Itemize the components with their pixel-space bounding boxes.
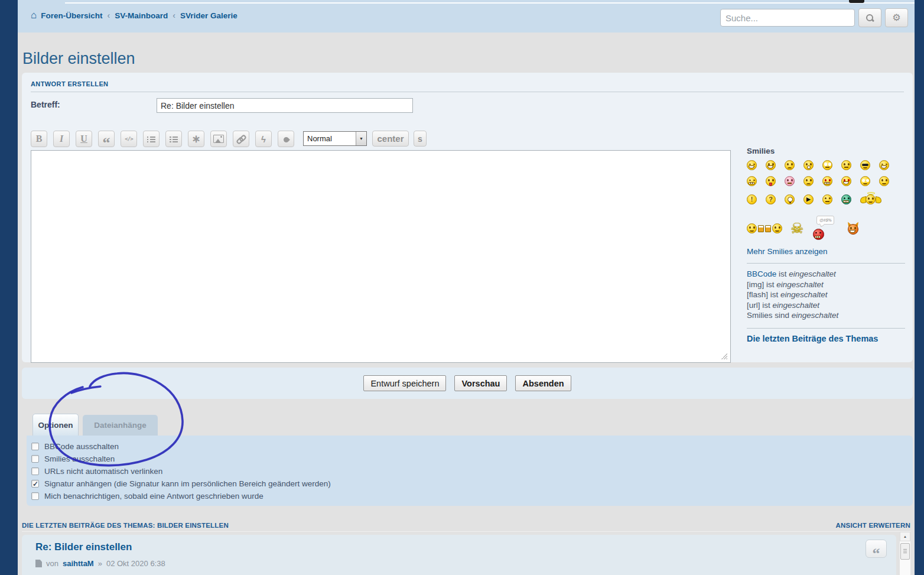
smiley-exclamation-icon[interactable]: !	[747, 194, 757, 204]
smiley-smile-icon[interactable]	[766, 160, 776, 170]
save-draft-button[interactable]: Entwurf speichern	[363, 375, 446, 391]
breadcrumb-link-2[interactable]: SVrider Galerie	[180, 11, 237, 20]
font-size-select[interactable]: Normal ▼	[303, 131, 367, 146]
checkbox-label-2: URLs nicht automatisch verlinken	[44, 465, 162, 477]
checkbox-0[interactable]	[31, 443, 39, 450]
topic-review-header: DIE LETZTEN BEITRÄGE DES THEMAS: BILDER …	[22, 519, 910, 532]
font-colour-button[interactable]	[278, 131, 294, 147]
smiley-razz-icon[interactable]	[766, 176, 776, 186]
subject-input[interactable]	[157, 98, 413, 113]
bbcode-toolbar: BIU“</>∗ϟ	[31, 131, 300, 147]
breadcrumb-separator: ‹	[108, 11, 110, 20]
bulb-icon	[788, 197, 793, 202]
smiley-cry-icon[interactable]	[803, 176, 814, 186]
cropped-avatar-remnant	[849, 0, 864, 3]
code-button[interactable]: </>	[121, 131, 137, 147]
post-title-link[interactable]: Re: Bilder einstellen	[35, 541, 132, 553]
smiley-exclamation-glyph: !	[747, 195, 756, 204]
flash-button[interactable]: ϟ	[255, 131, 272, 147]
option-row-2: URLs nicht automatisch verlinken	[31, 465, 913, 477]
bold-button[interactable]: B	[31, 131, 47, 147]
italic-button[interactable]: I	[53, 131, 70, 147]
expand-view-link[interactable]: ANSICHT ERWEITERN	[836, 522, 911, 529]
scrollbar-thumb[interactable]	[900, 543, 910, 560]
link-icon	[236, 135, 246, 143]
smiley-geek-icon[interactable]	[860, 176, 870, 186]
list-bullet-button[interactable]	[143, 131, 160, 147]
topic-review-heading: DIE LETZTEN BEITRÄGE DES THEMAS: BILDER …	[22, 522, 229, 529]
checkbox-label-3: Signatur anhängen (die Signatur kann im …	[44, 477, 331, 490]
code-icon: </>	[125, 136, 132, 142]
advanced-search-button[interactable]: ⚙	[885, 8, 908, 27]
search-input[interactable]	[720, 9, 855, 27]
smiley-idea-icon[interactable]	[785, 194, 795, 204]
breadcrumb-link-1[interactable]: SV-Mainboard	[115, 11, 168, 20]
topic-review-link[interactable]: Die letzten Beiträge des Themas	[747, 334, 905, 343]
smiley-arrow-icon[interactable]: ▶	[803, 194, 814, 204]
smiley-wink-icon[interactable]	[879, 176, 889, 186]
options-checkbox-list: BBCode ausschaltenSmilies ausschaltenURL…	[27, 436, 913, 502]
smiley-question-icon[interactable]: ?	[766, 194, 776, 204]
bbcode-subject: [url]	[747, 301, 760, 310]
byline-separator: »	[98, 559, 102, 568]
option-row-3: Signatur anhängen (die Signatur kann im …	[31, 477, 913, 490]
sidebar-divider	[747, 263, 905, 264]
option-row-1: Smilies ausschalten	[31, 453, 913, 465]
smiley-skull-icon[interactable]: ☠	[790, 221, 803, 236]
smiley-neutral-icon[interactable]	[822, 194, 832, 204]
message-textarea[interactable]	[31, 150, 731, 363]
checkbox-4[interactable]	[31, 492, 39, 500]
smiley-devil-icon[interactable]	[845, 222, 861, 235]
bbcode-status-line-2: [flash] ist eingeschaltet	[747, 290, 905, 300]
smiley-angel-icon[interactable]	[860, 192, 881, 206]
right-wing-icon	[876, 196, 881, 204]
smiley-lol-icon[interactable]	[879, 160, 889, 170]
strikethrough-button[interactable]: s	[414, 131, 427, 147]
checkbox-2[interactable]	[31, 467, 39, 475]
smiley-mrgreen-icon[interactable]	[841, 194, 851, 204]
checkbox-label-4: Mich benachrichtigen, sobald eine Antwor…	[44, 490, 263, 502]
smiley-sad-icon[interactable]	[785, 160, 795, 170]
bold-icon: B	[36, 134, 43, 144]
post-date: 02 Okt 2020 6:38	[106, 559, 165, 568]
quote-button[interactable]: “	[98, 131, 115, 147]
checkbox-1[interactable]	[31, 455, 39, 463]
breadcrumb-link-0[interactable]: Foren-Übersicht	[41, 11, 102, 20]
bbcode-subject[interactable]: BBCode	[747, 269, 776, 278]
smiley-question-glyph: ?	[766, 195, 775, 204]
smiley-evil-icon[interactable]	[822, 176, 832, 186]
smiley-confused-icon[interactable]	[841, 160, 851, 170]
submit-button[interactable]: Absenden	[515, 375, 571, 391]
preview-button[interactable]: Vorschau	[454, 375, 507, 391]
more-smilies-link[interactable]: Mehr Smilies anzeigen	[747, 247, 905, 256]
chevron-down-icon: ▼	[356, 132, 366, 145]
list-item-button[interactable]: ∗	[188, 131, 204, 147]
search-button[interactable]	[858, 8, 881, 27]
post-icon	[35, 560, 42, 567]
smiley-swear-icon[interactable]: @#$%	[812, 216, 837, 241]
tab-dateianhaenge[interactable]: Dateianhänge	[83, 415, 158, 436]
scroll-up-button[interactable]: ▲	[900, 532, 910, 541]
smiley-embarrassed-icon[interactable]	[785, 176, 795, 186]
devil-face-icon	[848, 224, 858, 235]
smiley-laugh-icon[interactable]	[803, 160, 814, 170]
smiley-cool-icon[interactable]	[860, 160, 870, 170]
post-author-link[interactable]: saihttaM	[63, 559, 94, 568]
list-ordered-button[interactable]	[165, 131, 182, 147]
smiley-grin-icon[interactable]	[747, 160, 757, 170]
home-icon[interactable]: ⌂	[31, 11, 37, 20]
smiley-twisted-evil-icon[interactable]	[841, 176, 851, 186]
smiley-cheers-icon[interactable]	[747, 223, 782, 233]
textarea-resize-grip[interactable]	[721, 353, 727, 359]
smiley-mad-icon[interactable]	[747, 176, 757, 186]
smiley-row	[747, 160, 905, 170]
underline-button[interactable]: U	[76, 131, 92, 147]
center-button[interactable]: center	[372, 131, 409, 147]
quote-post-button[interactable]: “	[866, 540, 887, 558]
tab-optionen[interactable]: Optionen	[32, 414, 79, 436]
image-button[interactable]	[210, 131, 227, 147]
url-button[interactable]	[233, 131, 249, 147]
smiley-eek-icon[interactable]	[822, 160, 832, 170]
checkbox-3[interactable]	[31, 480, 39, 488]
smilies-title: Smilies	[747, 147, 905, 155]
